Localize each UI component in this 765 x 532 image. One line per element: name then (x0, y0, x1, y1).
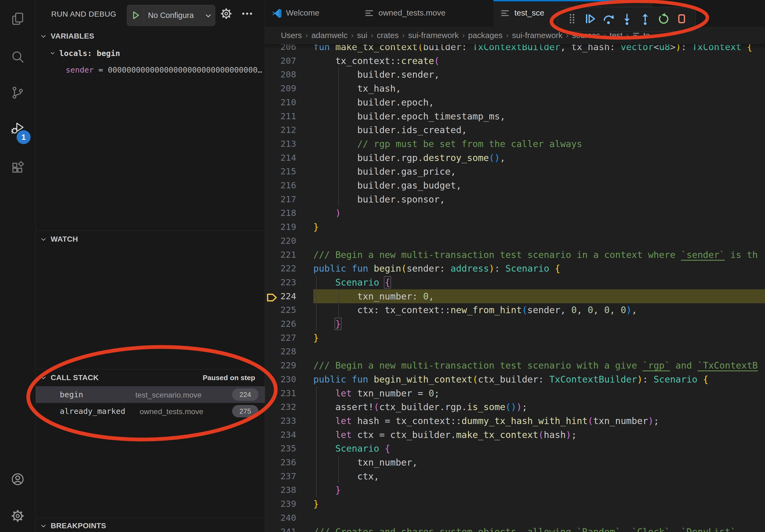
breadcrumb-item[interactable]: sources (572, 31, 600, 40)
line-number[interactable]: 229 (265, 359, 296, 372)
watch-section-header[interactable]: WATCH (51, 235, 78, 243)
call-stack-section-header[interactable]: CALL STACK (51, 374, 99, 382)
breadcrumb-item[interactable]: te (643, 31, 650, 40)
activity-item-extensions[interactable] (11, 161, 25, 175)
code-line-237[interactable]: 237 ctx, (265, 469, 765, 483)
line-number[interactable]: 207 (265, 54, 296, 68)
line-number[interactable]: 236 (265, 455, 296, 469)
call-stack-frame-begin[interactable]: begintest_scenario.move224 (36, 386, 265, 403)
line-number[interactable]: 239 (265, 497, 296, 511)
line-number[interactable]: 211 (265, 109, 296, 123)
code-line-232[interactable]: 232 assert!(ctx_builder.rgp.is_some()); (265, 400, 765, 414)
chevron-down-icon[interactable] (40, 522, 47, 529)
code-line-225[interactable]: 225 ctx: tx_context::new_from_hint(sende… (265, 303, 765, 317)
line-number[interactable]: 219 (265, 220, 296, 234)
code-line-239[interactable]: 239} (265, 497, 765, 511)
line-number[interactable]: 232 (265, 400, 296, 414)
code-line-231[interactable]: 231 let txn_number = 0; (265, 386, 765, 400)
line-number[interactable]: 214 (265, 151, 296, 165)
code-line-213[interactable]: 213 // rgp must be set from the caller a… (265, 137, 765, 151)
line-number[interactable]: 217 (265, 192, 296, 206)
line-number[interactable]: 226 (265, 317, 296, 331)
line-number[interactable]: 210 (265, 95, 296, 109)
code-view[interactable]: 206fun make_tx_context(builder: TxContex… (265, 0, 765, 532)
code-line-211[interactable]: 211 builder.epoch_timestamp_ms, (265, 109, 765, 123)
code-line-241[interactable]: 241/// Creates and shares system objects… (265, 525, 765, 532)
line-number[interactable]: 213 (265, 137, 296, 151)
code-line-230[interactable]: 230public fun begin_with_context(ctx_bui… (265, 372, 765, 386)
breadcrumb-item[interactable]: crates (377, 31, 399, 40)
toolbar-drag-handle[interactable] (565, 12, 579, 26)
breadcrumb-item[interactable]: test (609, 31, 622, 40)
code-line-218[interactable]: 218 ) (265, 206, 765, 220)
line-number[interactable]: 224 (265, 289, 296, 303)
debug-config-dropdown[interactable]: No Configura (127, 5, 215, 26)
chevron-down-icon[interactable] (204, 11, 213, 20)
chevron-down-icon[interactable] (50, 50, 56, 56)
activity-item-search[interactable] (11, 50, 25, 64)
line-number[interactable]: 228 (265, 345, 296, 359)
line-number[interactable]: 225 (265, 303, 296, 317)
call-stack-frame-already_marked[interactable]: already_markedowned_tests.move275 (36, 403, 265, 419)
breakpoints-section-header[interactable]: BREAKPOINTS (51, 522, 106, 530)
activity-item-settings[interactable] (11, 509, 25, 523)
step-out-button[interactable] (638, 12, 652, 26)
line-number[interactable]: 208 (265, 68, 296, 82)
chevron-down-icon[interactable] (40, 236, 47, 243)
line-number[interactable]: 233 (265, 414, 296, 428)
gear-icon[interactable] (220, 8, 232, 20)
line-number[interactable]: 209 (265, 82, 296, 95)
line-number[interactable]: 234 (265, 428, 296, 442)
code-line-209[interactable]: 209 tx_hash, (265, 82, 765, 95)
breadcrumb-item[interactable]: adamwelc (312, 31, 348, 40)
chevron-down-icon[interactable] (40, 374, 47, 381)
activity-item-source-control[interactable] (11, 86, 25, 100)
step-into-button[interactable] (620, 12, 634, 26)
code-line-228[interactable]: 228 (265, 345, 765, 359)
line-number[interactable]: 221 (265, 248, 296, 262)
code-line-222[interactable]: 222public fun begin(sender: address): Sc… (265, 261, 765, 275)
activity-item-explorer[interactable] (11, 12, 25, 26)
ellipsis-icon[interactable] (241, 8, 253, 20)
code-line-224[interactable]: 224 txn_number: 0, (265, 289, 765, 303)
code-line-226[interactable]: 226 } (265, 317, 765, 331)
code-line-240[interactable]: 240 (265, 511, 765, 525)
line-number[interactable]: 237 (265, 469, 296, 483)
line-number[interactable]: 240 (265, 511, 296, 525)
line-number[interactable]: 227 (265, 331, 296, 345)
line-number[interactable]: 230 (265, 372, 296, 386)
code-line-216[interactable]: 216 builder.gas_budget, (265, 178, 765, 192)
code-line-235[interactable]: 235 Scenario { (265, 441, 765, 455)
code-line-212[interactable]: 212 builder.ids_created, (265, 123, 765, 137)
code-line-233[interactable]: 233 let hash = tx_context::dummy_tx_hash… (265, 414, 765, 428)
variables-scope-label[interactable]: locals: begin (59, 49, 120, 58)
continue-button[interactable] (583, 12, 597, 26)
breadcrumb-item[interactable]: packages (468, 31, 502, 40)
code-line-208[interactable]: 208 builder.sender, (265, 68, 765, 82)
code-line-223[interactable]: 223 Scenario { (265, 275, 765, 289)
line-number[interactable]: 215 (265, 164, 296, 178)
chevron-down-icon[interactable] (40, 33, 47, 40)
start-debug-icon[interactable] (130, 10, 141, 21)
activity-item-account[interactable] (11, 472, 25, 486)
code-line-221[interactable]: 221/// Begin a new multi-transaction tes… (265, 248, 765, 262)
code-line-219[interactable]: 219} (265, 220, 765, 234)
breadcrumb-item[interactable]: sui-framework (512, 31, 562, 40)
breadcrumb-item[interactable]: sui-framework (408, 31, 458, 40)
code-line-220[interactable]: 220 (265, 234, 765, 248)
breadcrumb-item[interactable]: sui (357, 31, 367, 40)
breadcrumb-item[interactable]: Users (281, 31, 302, 40)
line-number[interactable]: 218 (265, 206, 296, 220)
line-number[interactable]: 231 (265, 386, 296, 400)
line-number[interactable]: 222 (265, 261, 296, 275)
code-line-215[interactable]: 215 builder.gas_price, (265, 164, 765, 178)
line-number[interactable]: 241 (265, 525, 296, 532)
code-line-210[interactable]: 210 builder.epoch, (265, 95, 765, 109)
code-line-229[interactable]: 229/// Begin a new multi-transaction tes… (265, 359, 765, 372)
variable-row-sender[interactable]: sender = 0000000000000000000000000000000… (66, 65, 263, 75)
code-line-238[interactable]: 238 } (265, 483, 765, 497)
code-line-236[interactable]: 236 txn_number, (265, 455, 765, 469)
restart-button[interactable] (656, 12, 670, 26)
code-line-214[interactable]: 214 builder.rgp.destroy_some(), (265, 151, 765, 165)
line-number[interactable]: 216 (265, 178, 296, 192)
